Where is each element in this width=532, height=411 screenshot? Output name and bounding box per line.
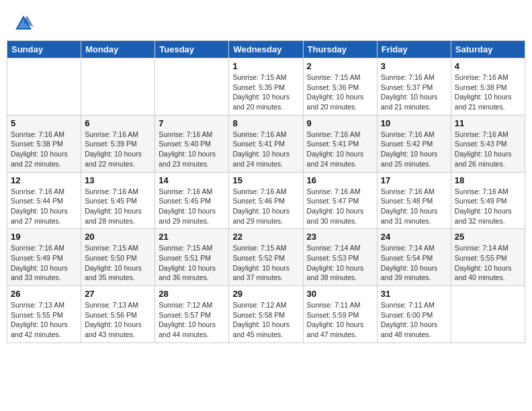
day-info: Sunrise: 7:16 AM Sunset: 5:45 PM Dayligh… (159, 187, 225, 226)
day-number: 24 (381, 232, 447, 242)
day-number: 1 (232, 61, 299, 71)
calendar-cell: 1Sunrise: 7:15 AM Sunset: 5:35 PM Daylig… (229, 58, 303, 116)
calendar-cell: 9Sunrise: 7:16 AM Sunset: 5:41 PM Daylig… (303, 115, 377, 172)
day-info: Sunrise: 7:16 AM Sunset: 5:48 PM Dayligh… (381, 187, 447, 226)
day-header-saturday: Saturday (451, 41, 525, 58)
day-info: Sunrise: 7:14 AM Sunset: 5:55 PM Dayligh… (455, 243, 521, 283)
calendar-cell: 25Sunrise: 7:14 AM Sunset: 5:55 PM Dayli… (451, 229, 525, 286)
calendar-cell: 20Sunrise: 7:15 AM Sunset: 5:50 PM Dayli… (81, 229, 155, 286)
calendar-cell (451, 286, 525, 343)
calendar-week-2: 5Sunrise: 7:16 AM Sunset: 5:38 PM Daylig… (7, 115, 525, 172)
day-info: Sunrise: 7:16 AM Sunset: 5:41 PM Dayligh… (307, 130, 373, 169)
day-number: 28 (159, 289, 225, 299)
calendar-cell: 27Sunrise: 7:13 AM Sunset: 5:56 PM Dayli… (81, 286, 155, 343)
calendar-cell: 7Sunrise: 7:16 AM Sunset: 5:40 PM Daylig… (155, 115, 229, 172)
logo-icon (13, 13, 34, 34)
calendar-cell: 22Sunrise: 7:15 AM Sunset: 5:52 PM Dayli… (229, 229, 303, 286)
day-info: Sunrise: 7:11 AM Sunset: 5:59 PM Dayligh… (307, 300, 373, 340)
day-number: 30 (307, 289, 373, 299)
calendar-header-row: SundayMondayTuesdayWednesdayThursdayFrid… (7, 41, 525, 58)
calendar-cell: 30Sunrise: 7:11 AM Sunset: 5:59 PM Dayli… (303, 286, 377, 343)
day-info: Sunrise: 7:16 AM Sunset: 5:49 PM Dayligh… (11, 243, 77, 283)
day-info: Sunrise: 7:15 AM Sunset: 5:51 PM Dayligh… (159, 243, 225, 283)
calendar-table: SundayMondayTuesdayWednesdayThursdayFrid… (7, 40, 525, 343)
calendar-week-1: 1Sunrise: 7:15 AM Sunset: 5:35 PM Daylig… (7, 58, 525, 116)
day-number: 7 (159, 118, 225, 128)
calendar-cell: 6Sunrise: 7:16 AM Sunset: 5:39 PM Daylig… (81, 115, 155, 172)
day-number: 15 (232, 175, 299, 185)
day-info: Sunrise: 7:16 AM Sunset: 5:38 PM Dayligh… (455, 73, 521, 112)
calendar-cell: 29Sunrise: 7:12 AM Sunset: 5:58 PM Dayli… (229, 286, 303, 343)
day-info: Sunrise: 7:14 AM Sunset: 5:54 PM Dayligh… (381, 243, 447, 283)
calendar-week-3: 12Sunrise: 7:16 AM Sunset: 5:44 PM Dayli… (7, 172, 525, 229)
day-number: 29 (232, 289, 299, 299)
day-info: Sunrise: 7:15 AM Sunset: 5:52 PM Dayligh… (232, 243, 299, 283)
day-info: Sunrise: 7:16 AM Sunset: 5:38 PM Dayligh… (11, 130, 77, 169)
calendar-cell (81, 58, 155, 116)
logo (13, 13, 35, 34)
day-number: 9 (307, 118, 373, 128)
calendar-cell (155, 58, 229, 116)
day-number: 3 (381, 61, 447, 71)
day-info: Sunrise: 7:16 AM Sunset: 5:47 PM Dayligh… (307, 187, 373, 226)
calendar-cell: 19Sunrise: 7:16 AM Sunset: 5:49 PM Dayli… (7, 229, 81, 286)
calendar-week-4: 19Sunrise: 7:16 AM Sunset: 5:49 PM Dayli… (7, 229, 525, 286)
calendar-cell: 4Sunrise: 7:16 AM Sunset: 5:38 PM Daylig… (451, 58, 525, 116)
calendar-cell: 17Sunrise: 7:16 AM Sunset: 5:48 PM Dayli… (377, 172, 451, 229)
day-header-sunday: Sunday (7, 41, 81, 58)
day-number: 22 (232, 232, 299, 242)
day-info: Sunrise: 7:16 AM Sunset: 5:45 PM Dayligh… (85, 187, 151, 226)
day-header-thursday: Thursday (303, 41, 377, 58)
day-number: 31 (381, 289, 447, 299)
day-number: 21 (159, 232, 225, 242)
page-header (7, 7, 525, 37)
calendar-cell (7, 58, 81, 116)
day-info: Sunrise: 7:16 AM Sunset: 5:43 PM Dayligh… (455, 130, 521, 169)
day-number: 25 (455, 232, 521, 242)
day-info: Sunrise: 7:15 AM Sunset: 5:35 PM Dayligh… (232, 73, 299, 112)
calendar-week-5: 26Sunrise: 7:13 AM Sunset: 5:55 PM Dayli… (7, 286, 525, 343)
calendar-cell: 26Sunrise: 7:13 AM Sunset: 5:55 PM Dayli… (7, 286, 81, 343)
calendar-cell: 18Sunrise: 7:16 AM Sunset: 5:49 PM Dayli… (451, 172, 525, 229)
calendar-cell: 2Sunrise: 7:15 AM Sunset: 5:36 PM Daylig… (303, 58, 377, 116)
day-info: Sunrise: 7:16 AM Sunset: 5:37 PM Dayligh… (381, 73, 447, 112)
day-info: Sunrise: 7:11 AM Sunset: 6:00 PM Dayligh… (381, 300, 447, 340)
day-info: Sunrise: 7:16 AM Sunset: 5:46 PM Dayligh… (232, 187, 299, 226)
day-number: 27 (85, 289, 151, 299)
calendar-cell: 16Sunrise: 7:16 AM Sunset: 5:47 PM Dayli… (303, 172, 377, 229)
calendar-cell: 8Sunrise: 7:16 AM Sunset: 5:41 PM Daylig… (229, 115, 303, 172)
calendar-cell: 28Sunrise: 7:12 AM Sunset: 5:57 PM Dayli… (155, 286, 229, 343)
calendar-cell: 24Sunrise: 7:14 AM Sunset: 5:54 PM Dayli… (377, 229, 451, 286)
calendar-cell: 3Sunrise: 7:16 AM Sunset: 5:37 PM Daylig… (377, 58, 451, 116)
day-info: Sunrise: 7:13 AM Sunset: 5:55 PM Dayligh… (11, 300, 77, 340)
day-number: 6 (85, 118, 151, 128)
day-info: Sunrise: 7:16 AM Sunset: 5:42 PM Dayligh… (381, 130, 447, 169)
day-number: 18 (455, 175, 521, 185)
day-number: 26 (11, 289, 77, 299)
calendar-cell: 10Sunrise: 7:16 AM Sunset: 5:42 PM Dayli… (377, 115, 451, 172)
day-info: Sunrise: 7:16 AM Sunset: 5:40 PM Dayligh… (159, 130, 225, 169)
day-number: 4 (455, 61, 521, 71)
day-info: Sunrise: 7:15 AM Sunset: 5:36 PM Dayligh… (307, 73, 373, 112)
day-info: Sunrise: 7:16 AM Sunset: 5:44 PM Dayligh… (11, 187, 77, 226)
day-number: 20 (85, 232, 151, 242)
day-number: 2 (307, 61, 373, 71)
day-number: 23 (307, 232, 373, 242)
day-header-tuesday: Tuesday (155, 41, 229, 58)
day-number: 17 (381, 175, 447, 185)
calendar-cell: 14Sunrise: 7:16 AM Sunset: 5:45 PM Dayli… (155, 172, 229, 229)
day-info: Sunrise: 7:16 AM Sunset: 5:39 PM Dayligh… (85, 130, 151, 169)
day-number: 16 (307, 175, 373, 185)
day-info: Sunrise: 7:15 AM Sunset: 5:50 PM Dayligh… (85, 243, 151, 283)
calendar-cell: 21Sunrise: 7:15 AM Sunset: 5:51 PM Dayli… (155, 229, 229, 286)
calendar-cell: 11Sunrise: 7:16 AM Sunset: 5:43 PM Dayli… (451, 115, 525, 172)
calendar-cell: 13Sunrise: 7:16 AM Sunset: 5:45 PM Dayli… (81, 172, 155, 229)
day-info: Sunrise: 7:12 AM Sunset: 5:58 PM Dayligh… (232, 300, 299, 340)
day-info: Sunrise: 7:14 AM Sunset: 5:53 PM Dayligh… (307, 243, 373, 283)
day-header-wednesday: Wednesday (229, 41, 303, 58)
calendar-cell: 12Sunrise: 7:16 AM Sunset: 5:44 PM Dayli… (7, 172, 81, 229)
day-number: 12 (11, 175, 77, 185)
day-info: Sunrise: 7:16 AM Sunset: 5:49 PM Dayligh… (455, 187, 521, 226)
day-header-friday: Friday (377, 41, 451, 58)
day-info: Sunrise: 7:16 AM Sunset: 5:41 PM Dayligh… (232, 130, 299, 169)
